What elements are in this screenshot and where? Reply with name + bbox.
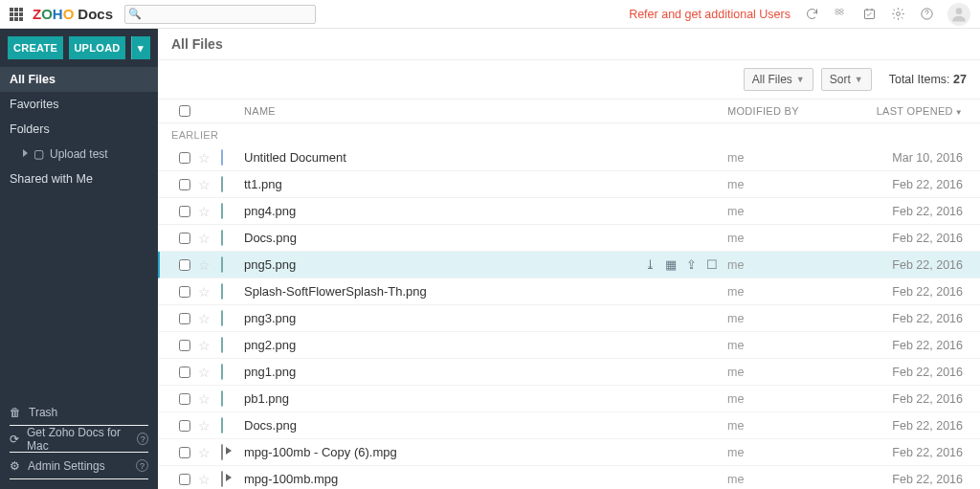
open-external-icon[interactable]: ☐ <box>706 257 718 272</box>
preview-icon[interactable]: ▦ <box>665 257 677 272</box>
help-icon[interactable] <box>919 7 934 22</box>
column-opened[interactable]: LAST OPENED▼ <box>861 105 967 117</box>
row-checkbox[interactable] <box>179 233 190 244</box>
file-name[interactable]: Untitled Document <box>244 150 346 165</box>
chevron-down-icon: ▼ <box>955 108 963 117</box>
file-row[interactable]: ☆Splash-SoftFlowerSplash-Th.pngmeFeb 22,… <box>158 278 980 305</box>
file-type-icon <box>221 364 223 380</box>
star-icon[interactable]: ☆ <box>198 338 211 353</box>
sidebar-item-folders[interactable]: Folders <box>0 117 158 142</box>
create-button[interactable]: CREATE <box>8 36 63 59</box>
file-name[interactable]: png2.png <box>244 338 296 352</box>
star-icon[interactable]: ☆ <box>198 311 211 326</box>
select-all-checkbox[interactable] <box>179 105 190 117</box>
row-checkbox[interactable] <box>179 313 190 324</box>
row-checkbox[interactable] <box>179 447 190 458</box>
file-type-icon <box>221 230 223 246</box>
chevron-down-icon: ▼ <box>855 75 863 84</box>
sidebar-bottom-get-zoho-docs-for-mac[interactable]: ⟳Get Zoho Docs for Mac? <box>10 426 148 453</box>
sidebar-item-all-files[interactable]: All Files <box>0 67 158 92</box>
tasks-icon[interactable] <box>861 7 877 22</box>
star-icon[interactable]: ☆ <box>198 204 211 219</box>
file-row[interactable]: ☆mpg-100mb - Copy (6).mpgmeFeb 22, 2016 <box>158 439 980 466</box>
file-name[interactable]: pb1.png <box>244 391 289 406</box>
sidebar-item-upload-test[interactable]: ▢Upload test <box>0 142 158 167</box>
file-name[interactable]: png4.png <box>244 204 296 218</box>
star-icon[interactable]: ☆ <box>198 365 211 380</box>
file-name[interactable]: mpg-100mb.mpg <box>244 472 338 486</box>
row-checkbox[interactable] <box>179 420 190 432</box>
star-icon[interactable]: ☆ <box>198 150 211 166</box>
chevron-right-icon <box>23 149 28 157</box>
star-icon[interactable]: ☆ <box>198 177 211 192</box>
row-checkbox[interactable] <box>179 474 190 485</box>
file-row[interactable]: ☆png4.pngmeFeb 22, 2016 <box>158 198 980 225</box>
star-icon[interactable]: ☆ <box>198 391 211 407</box>
file-name[interactable]: Docs.png <box>244 418 297 433</box>
sort-dropdown[interactable]: Sort ▼ <box>821 68 872 91</box>
modified-by: me <box>727 205 744 218</box>
column-modified[interactable]: MODIFIED BY <box>727 105 861 117</box>
file-name[interactable]: Docs.png <box>244 231 297 245</box>
settings-icon[interactable] <box>890 7 905 22</box>
star-icon[interactable]: ☆ <box>198 418 211 433</box>
sidebar-item-favorites[interactable]: Favorites <box>0 92 158 117</box>
logo[interactable]: Z O H O Docs <box>33 6 113 22</box>
sync-icon[interactable] <box>804 7 819 22</box>
row-checkbox[interactable] <box>179 259 190 271</box>
star-icon[interactable]: ☆ <box>198 257 211 273</box>
file-name[interactable]: png3.png <box>244 311 296 325</box>
star-icon[interactable]: ☆ <box>198 445 211 460</box>
svg-point-3 <box>956 8 963 14</box>
share-icon[interactable]: ⇪ <box>686 257 697 272</box>
file-name[interactable]: Splash-SoftFlowerSplash-Th.png <box>244 284 427 299</box>
star-icon[interactable]: ☆ <box>198 472 211 487</box>
file-row[interactable]: ☆Docs.pngmeFeb 22, 2016 <box>158 412 980 439</box>
sidebar-item-label: Folders <box>10 122 50 136</box>
file-row[interactable]: ☆png5.png⤓▦⇪☐meFeb 22, 2016 <box>158 252 980 278</box>
file-row[interactable]: ☆mpg-100mb.mpgmeFeb 22, 2016 <box>158 466 980 489</box>
file-name[interactable]: mpg-100mb - Copy (6).mpg <box>244 445 397 459</box>
file-row[interactable]: ☆png2.pngmeFeb 22, 2016 <box>158 332 980 359</box>
file-row[interactable]: ☆png3.pngmeFeb 22, 2016 <box>158 305 980 332</box>
file-type-icon <box>221 256 223 273</box>
dropbox-icon[interactable] <box>833 7 848 22</box>
last-opened: Feb 22, 2016 <box>892 446 963 459</box>
file-row[interactable]: ☆pb1.pngmeFeb 22, 2016 <box>158 386 980 412</box>
filter-dropdown[interactable]: All Files ▼ <box>744 68 813 91</box>
row-checkbox[interactable] <box>179 152 190 164</box>
refer-link[interactable]: Refer and get additional Users <box>629 8 791 21</box>
row-checkbox[interactable] <box>179 206 190 217</box>
sidebar-bottom-trash[interactable]: 🗑Trash <box>10 399 148 426</box>
modified-by: me <box>727 473 744 486</box>
file-name[interactable]: png1.png <box>244 365 296 379</box>
apps-grid-icon[interactable] <box>10 8 23 21</box>
search-input[interactable] <box>124 5 316 24</box>
download-icon[interactable]: ⤓ <box>645 257 656 272</box>
label: Trash <box>29 406 57 419</box>
column-name[interactable]: NAME <box>244 105 612 117</box>
svg-point-1 <box>896 12 900 16</box>
file-row[interactable]: ☆tt1.pngmeFeb 22, 2016 <box>158 171 980 198</box>
icon: ⚙ <box>10 459 20 473</box>
search-icon: 🔍 <box>128 8 142 20</box>
file-name[interactable]: png5.png <box>244 257 296 272</box>
sidebar-bottom-admin-settings[interactable]: ⚙Admin Settings? <box>10 453 148 479</box>
row-checkbox[interactable] <box>179 393 190 405</box>
row-checkbox[interactable] <box>179 367 190 378</box>
file-row[interactable]: ☆png1.pngmeFeb 22, 2016 <box>158 359 980 386</box>
row-checkbox[interactable] <box>179 340 190 351</box>
row-checkbox[interactable] <box>179 179 190 190</box>
sidebar-item-shared-with-me[interactable]: Shared with Me <box>0 167 158 191</box>
file-row[interactable]: ☆Untitled DocumentmeMar 10, 2016 <box>158 144 980 171</box>
star-icon[interactable]: ☆ <box>198 284 211 300</box>
file-row[interactable]: ☆Docs.pngmeFeb 22, 2016 <box>158 225 980 252</box>
file-name[interactable]: tt1.png <box>244 177 282 191</box>
star-icon[interactable]: ☆ <box>198 231 211 246</box>
upload-button[interactable]: UPLOAD <box>69 36 125 59</box>
help-icon[interactable]: ? <box>137 433 148 445</box>
upload-menu-button[interactable]: ▾ <box>131 36 150 59</box>
row-checkbox[interactable] <box>179 286 190 298</box>
help-icon[interactable]: ? <box>136 459 148 472</box>
avatar[interactable] <box>947 3 970 26</box>
